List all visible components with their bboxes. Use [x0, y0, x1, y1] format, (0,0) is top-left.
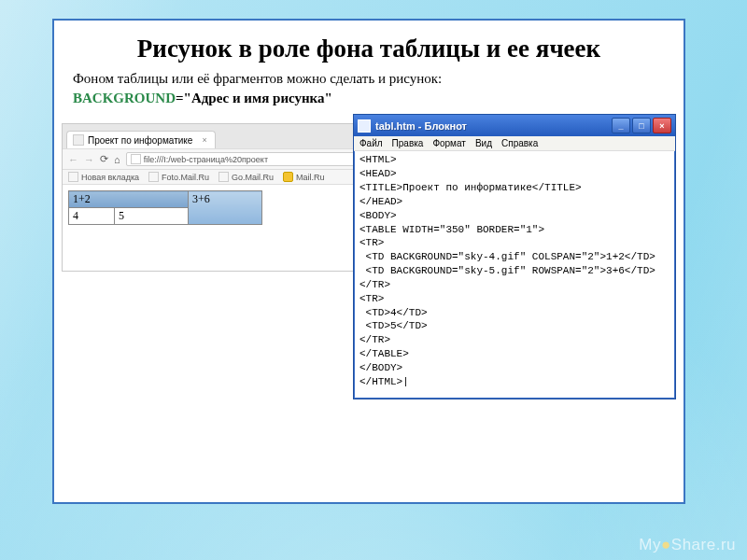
tab-title: Проект по информатике [88, 135, 192, 146]
bookmark-item[interactable]: Foto.Mail.Ru [148, 172, 209, 182]
browser-tab[interactable]: Проект по информатике × [66, 131, 216, 148]
close-icon[interactable]: × [202, 135, 206, 145]
table-cell: 5 [115, 208, 189, 225]
tab-strip: Проект по информатике × [63, 124, 371, 148]
notepad-icon [358, 119, 371, 133]
window-controls: _ □ × [612, 118, 671, 133]
table-cell: 1+2 [69, 191, 189, 208]
notepad-window: tabl.htm - Блокнот _ □ × Файл Правка Фор… [353, 114, 676, 399]
maximize-button[interactable]: □ [632, 118, 651, 133]
menu-edit[interactable]: Правка [392, 138, 424, 148]
menu-view[interactable]: Вид [475, 138, 492, 148]
back-icon[interactable]: ← [68, 154, 78, 165]
close-button[interactable]: × [653, 118, 671, 133]
forward-icon[interactable]: → [84, 154, 94, 165]
address-bar-row: ← → ⟳ ⌂ file:///I:/web-страница%20проект [63, 148, 371, 170]
bookmark-icon [148, 172, 159, 182]
attr-name: BACKGROUND [73, 91, 176, 105]
watermark-dot-icon: ● [661, 536, 671, 553]
home-icon[interactable]: ⌂ [114, 154, 120, 165]
watermark: My●Share.ru [639, 536, 736, 554]
example-table: 1+2 3+6 4 5 [68, 190, 262, 225]
slide-frame: Рисунок в роле фона таблицы и ее ячеек Ф… [52, 19, 685, 504]
bookmarks-bar: Новая вкладка Foto.Mail.Ru Go.Mail.Ru Ma… [63, 170, 371, 185]
reload-icon[interactable]: ⟳ [100, 153, 108, 165]
bookmark-item[interactable]: Go.Mail.Ru [218, 172, 274, 182]
menu-file[interactable]: Файл [359, 138, 383, 148]
titlebar[interactable]: tabl.htm - Блокнот _ □ × [354, 115, 675, 136]
menu-help[interactable]: Справка [501, 138, 538, 148]
slide-title: Рисунок в роле фона таблицы и ее ячеек [73, 35, 665, 62]
attribute-example: BACKGROUND="Адрес и имя рисунка" [73, 91, 665, 106]
file-icon [131, 154, 141, 164]
bookmark-icon [218, 172, 229, 182]
menu-format[interactable]: Формат [432, 138, 466, 148]
attr-equals: = [176, 91, 184, 105]
slide-description: Фоном таблицы или её фрагментов можно сд… [73, 71, 665, 87]
page-icon [73, 134, 84, 146]
menu-bar: Файл Правка Формат Вид Справка [354, 136, 675, 151]
attr-value: "Адрес и имя рисунка" [184, 91, 332, 105]
page-content: 1+2 3+6 4 5 [63, 185, 371, 271]
bookmark-item[interactable]: Mail.Ru [283, 172, 325, 182]
minimize-button[interactable]: _ [612, 118, 630, 133]
workspace: Проект по информатике × ← → ⟳ ⌂ file:///… [73, 119, 665, 437]
browser-window: Проект по информатике × ← → ⟳ ⌂ file:///… [62, 123, 372, 272]
address-text: file:///I:/web-страница%20проект [144, 155, 268, 164]
window-title: tabl.htm - Блокнот [375, 120, 612, 132]
address-bar[interactable]: file:///I:/web-страница%20проект [126, 152, 365, 166]
table-cell: 4 [69, 208, 115, 225]
bookmark-icon [68, 172, 78, 182]
mail-icon [283, 172, 293, 182]
table-cell: 3+6 [189, 191, 262, 225]
code-area[interactable]: <HTML> <HEAD> <TITLE>Проект по информати… [354, 151, 675, 398]
bookmark-item[interactable]: Новая вкладка [68, 172, 139, 182]
